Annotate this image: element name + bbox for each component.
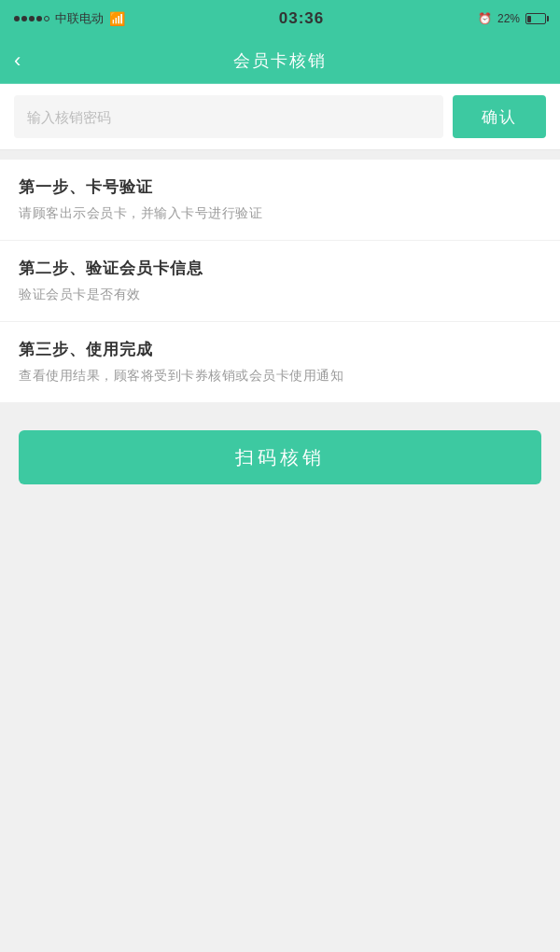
scan-section: 扫码核销 — [0, 402, 560, 512]
alarm-icon: ⏰ — [478, 12, 492, 25]
step-2: 第二步、验证会员卡信息 验证会员卡是否有效 — [0, 241, 560, 322]
nav-bar: ‹ 会员卡核销 — [0, 37, 560, 84]
battery-percent: 22% — [497, 12, 520, 25]
step-1: 第一步、卡号验证 请顾客出示会员卡，并输入卡号进行验证 — [0, 160, 560, 241]
battery-icon — [525, 13, 546, 24]
status-time: 03:36 — [279, 9, 324, 28]
back-button[interactable]: ‹ — [14, 50, 21, 71]
step-3-desc: 查看使用结果，顾客将受到卡券核销或会员卡使用通知 — [19, 366, 541, 385]
status-right: ⏰ 22% — [478, 12, 546, 25]
step-1-title: 第一步、卡号验证 — [19, 176, 541, 198]
scan-button[interactable]: 扫码核销 — [19, 430, 541, 484]
password-input[interactable] — [14, 95, 443, 138]
step-3-title: 第三步、使用完成 — [19, 339, 541, 360]
confirm-button[interactable]: 确认 — [453, 95, 546, 138]
step-2-desc: 验证会员卡是否有效 — [19, 285, 541, 304]
input-section: 确认 — [0, 84, 560, 150]
signal-icon — [14, 16, 49, 21]
steps-section: 第一步、卡号验证 请顾客出示会员卡，并输入卡号进行验证 第二步、验证会员卡信息 … — [0, 160, 560, 402]
step-1-desc: 请顾客出示会员卡，并输入卡号进行验证 — [19, 203, 541, 223]
carrier-text: 中联电动 — [55, 10, 104, 27]
wifi-icon: 📶 — [109, 11, 125, 26]
status-bar: 中联电动 📶 03:36 ⏰ 22% — [0, 0, 560, 37]
step-3: 第三步、使用完成 查看使用结果，顾客将受到卡券核销或会员卡使用通知 — [0, 322, 560, 402]
status-left: 中联电动 📶 — [14, 10, 125, 27]
step-2-title: 第二步、验证会员卡信息 — [19, 258, 541, 279]
page-title: 会员卡核销 — [233, 49, 327, 72]
bottom-space — [0, 512, 560, 699]
